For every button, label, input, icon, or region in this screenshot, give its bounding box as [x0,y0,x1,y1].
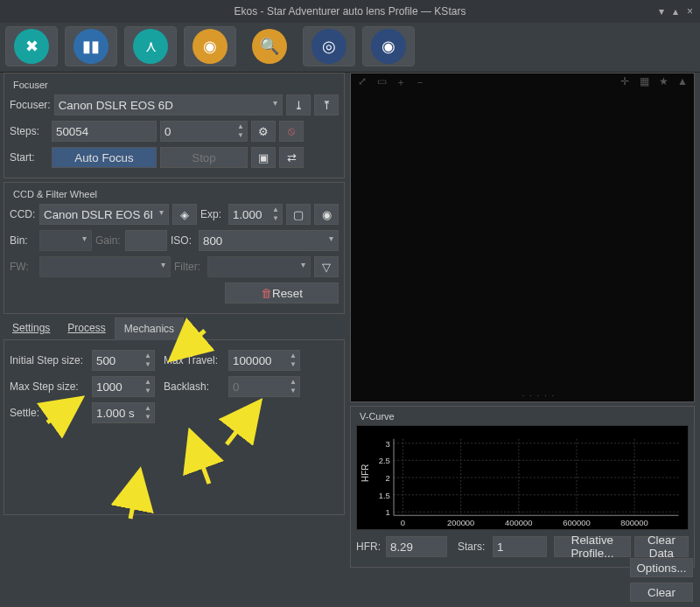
window-title: Ekos - Star Adventurer auto lens Profile… [234,5,466,17]
abort-motion-button[interactable]: ⦸ [279,121,304,142]
trash-icon: 🗑 [261,287,272,300]
subframe-button[interactable]: ▢ [286,204,311,225]
minimize-icon[interactable]: ▾ [659,5,664,17]
module-scheduler[interactable]: ▮▮ [65,26,117,66]
clear-data-button[interactable]: Clear Data [634,536,689,557]
iso-select[interactable]: 800 [199,230,339,251]
full-field-button[interactable]: ◉ [314,204,339,225]
tab-mechanics[interactable]: Mechanics [115,317,184,340]
relative-profile-button[interactable]: Relative Profile... [554,536,631,557]
prohibit-icon: ⦸ [288,124,295,138]
arrow-down-bar-icon: ⤓ [294,99,304,112]
grid-icon[interactable]: ▦ [636,75,652,90]
steps-label: Steps: [10,125,48,137]
module-mount[interactable]: ⋏ [124,26,177,66]
zoom-fit-icon[interactable]: ⤢ [354,75,370,90]
options-button[interactable]: Options... [630,558,693,577]
iso-label: ISO: [171,234,195,247]
svg-text:400000: 400000 [505,519,532,527]
svg-text:600000: 600000 [563,519,590,527]
filter-label: Filter: [174,261,204,273]
max-travel-label: Max Travel: [164,354,225,366]
focuser-group-label: Focuser [11,80,50,90]
svg-text:800000: 800000 [620,519,648,527]
svg-text:2.5: 2.5 [379,457,390,466]
vcurve-group: V-Curve HFR 3 2.5 [350,406,695,568]
module-setup[interactable]: ✖ [5,26,58,66]
spin-up-icon[interactable]: ▲ [235,122,246,131]
camera-square-icon: ▣ [258,151,269,164]
eye-icon: ◉ [322,208,332,221]
stop-button[interactable]: Stop [160,147,248,168]
svg-text:1: 1 [386,509,390,518]
gear-icon: ⚙ [258,125,269,138]
close-icon[interactable]: × [687,5,693,17]
hfr-value [386,536,447,557]
maximize-icon[interactable]: ▴ [673,5,678,17]
bin-select[interactable] [39,230,92,251]
star-icon[interactable]: ★ [655,75,671,90]
camera-icon: ◉ [192,29,228,64]
reset-button[interactable]: 🗑 Reset [225,283,339,304]
svg-text:0: 0 [401,519,405,527]
filter-manager-button[interactable]: ▽ [314,256,339,277]
module-capture[interactable]: ◉ [184,26,236,66]
ccd-group: CCD & Filter Wheel CCD: Canon DSLR EOS 6… [4,182,345,314]
preview-toolbar: ⤢ ▭ ＋ － ✛ ▦ ★ ▲ [354,75,690,90]
gain-input[interactable] [125,230,167,251]
wrench-icon: ✖ [14,29,49,64]
gain-label: Gain: [95,234,122,247]
bin-label: Bin: [10,234,36,247]
focus-in-button[interactable]: ⤓ [286,94,311,115]
tab-settings[interactable]: Settings [4,317,59,339]
focus-out-button[interactable]: ⤒ [314,94,339,115]
crop-icon: ▢ [293,208,304,221]
focuser-group: Focuser Focuser: Canon DSLR EOS 6D ⤓ ⤒ S… [4,73,345,178]
focus-preview[interactable]: ⤢ ▭ ＋ － ✛ ▦ ★ ▲ · · · · · [350,73,695,402]
exp-label: Exp: [200,208,225,220]
hfr-label: HFR: [356,541,382,553]
tab-process[interactable]: Process [59,317,114,339]
mechanics-panel: Initial Step size: ▲▼ Max Travel: ▲▼ Max… [4,340,345,515]
initial-step-label: Initial Step size: [10,354,88,366]
zoom-rect-icon[interactable]: ▭ [374,75,389,90]
steps-goto[interactable] [160,121,248,142]
book-icon: ▮▮ [74,29,108,64]
loop-icon: ⇄ [287,151,297,164]
fw-label: FW: [10,261,36,273]
stars-label: Stars: [458,541,489,553]
ccd-device-select[interactable]: Canon DSLR EOS 6D [39,204,169,225]
backlash-label: Backlash: [164,380,225,393]
settle-label: Settle: [10,407,88,419]
capture-preview-button[interactable]: ▣ [251,147,276,168]
vcurve-label: V-Curve [358,411,396,422]
live-view-button[interactable]: ◈ [172,204,197,225]
module-align[interactable]: ◎ [303,26,355,66]
settings-gear-button[interactable]: ⚙ [251,121,276,142]
clear-button[interactable]: Clear [630,583,693,602]
loop-button[interactable]: ⇄ [279,147,304,168]
max-step-label: Max Step size: [10,380,88,393]
filter-select[interactable] [207,256,311,277]
focuser-device-select[interactable]: Canon DSLR EOS 6D [54,94,283,115]
spin-down-icon[interactable]: ▼ [235,131,246,140]
module-focus[interactable]: 🔍 [243,26,296,66]
zoom-in-icon[interactable]: ＋ [393,75,409,90]
fw-select[interactable] [39,256,171,277]
focus-tabs: Settings Process Mechanics [4,317,345,340]
title-bar: Ekos - Star Adventurer auto lens Profile… [0,0,700,23]
steps-value[interactable] [52,121,157,142]
zoom-out-icon[interactable]: － [412,75,428,90]
vcurve-chart: HFR 3 2.5 2 1.5 1 0 200000 400000 600000… [356,425,689,530]
auto-focus-button[interactable]: Auto Focus [52,147,157,168]
module-toolbar: ✖ ▮▮ ⋏ ◉ 🔍 ◎ ◉ [0,23,700,73]
funnel-icon: ▽ [322,261,331,274]
tripod-icon: ⋏ [133,29,168,64]
preview-resize-handle[interactable]: · · · · · [522,392,556,400]
crosshair-icon[interactable]: ✛ [617,75,633,90]
magnifier-icon: 🔍 [252,29,287,64]
module-guide[interactable]: ◉ [362,26,415,66]
focuser-label: Focuser: [10,99,51,111]
triangle-icon[interactable]: ▲ [675,75,690,90]
disc-icon: ◉ [371,29,406,64]
